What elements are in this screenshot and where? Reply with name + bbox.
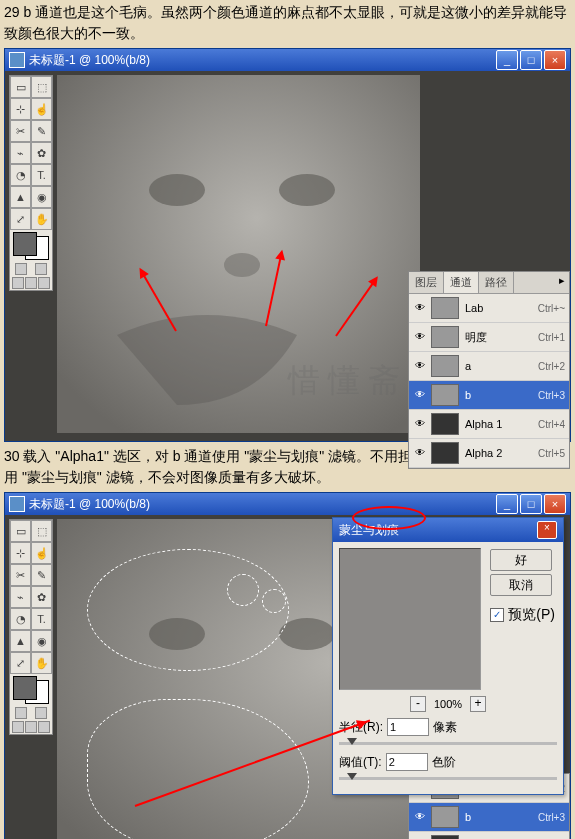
channel-thumb bbox=[431, 384, 459, 406]
tool[interactable]: ▲ bbox=[10, 630, 31, 652]
tool[interactable]: ✿ bbox=[31, 586, 52, 608]
tool[interactable]: ◔ bbox=[10, 164, 31, 186]
channel-row[interactable]: 👁Alpha 2Ctrl+5 bbox=[409, 439, 569, 468]
channel-shortcut: Ctrl+1 bbox=[538, 332, 565, 343]
screen-mode[interactable] bbox=[25, 721, 37, 733]
tool[interactable]: ⌁ bbox=[10, 586, 31, 608]
minimize-button[interactable]: _ bbox=[496, 494, 518, 514]
minimize-button[interactable]: _ bbox=[496, 50, 518, 70]
tool[interactable]: ▲ bbox=[10, 186, 31, 208]
tab-paths[interactable]: 路径 bbox=[479, 272, 514, 293]
channel-name: b bbox=[465, 389, 538, 401]
tool[interactable]: ✋ bbox=[31, 208, 52, 230]
tool[interactable]: ◔ bbox=[10, 608, 31, 630]
channel-row[interactable]: 👁bCtrl+3 bbox=[409, 803, 569, 832]
threshold-unit: 色阶 bbox=[432, 754, 456, 771]
tool[interactable]: ☝ bbox=[31, 542, 52, 564]
toolbox: ▭⬚ ⊹☝ ✂✎ ⌁✿ ◔T. ▲◉ ⤢✋ bbox=[9, 75, 53, 291]
tool[interactable]: ⬚ bbox=[31, 76, 52, 98]
tool[interactable]: ⤢ bbox=[10, 652, 31, 674]
visibility-icon[interactable]: 👁 bbox=[413, 418, 427, 430]
close-button[interactable]: × bbox=[544, 494, 566, 514]
visibility-icon[interactable]: 👁 bbox=[413, 811, 427, 823]
tool[interactable]: ▭ bbox=[10, 76, 31, 98]
tool[interactable]: ✂ bbox=[10, 564, 31, 586]
zoom-out-button[interactable]: - bbox=[410, 696, 426, 712]
channel-name: Lab bbox=[465, 302, 538, 314]
threshold-label: 阈值(T): bbox=[339, 754, 382, 771]
tool[interactable]: ☝ bbox=[31, 98, 52, 120]
channel-row[interactable]: 👁bCtrl+3 bbox=[409, 381, 569, 410]
maximize-button[interactable]: □ bbox=[520, 494, 542, 514]
visibility-icon[interactable]: 👁 bbox=[413, 447, 427, 459]
screen-mode[interactable] bbox=[12, 277, 24, 289]
channel-shortcut: Ctrl+4 bbox=[538, 419, 565, 430]
annotation-ring bbox=[352, 506, 426, 530]
dialog-preview[interactable] bbox=[339, 548, 481, 690]
channel-thumb bbox=[431, 355, 459, 377]
tool[interactable]: ◉ bbox=[31, 186, 52, 208]
screen-mode[interactable] bbox=[12, 721, 24, 733]
visibility-icon[interactable]: 👁 bbox=[413, 389, 427, 401]
channel-row[interactable]: 👁LabCtrl+~ bbox=[409, 294, 569, 323]
color-swatch[interactable] bbox=[11, 232, 51, 260]
channel-row[interactable]: 👁Alpha 1Ctrl+4 bbox=[409, 410, 569, 439]
channel-name: a bbox=[465, 360, 538, 372]
cancel-button[interactable]: 取消 bbox=[490, 574, 552, 596]
svg-point-6 bbox=[279, 618, 335, 650]
threshold-input[interactable] bbox=[386, 753, 428, 771]
channel-thumb bbox=[431, 413, 459, 435]
panel-menu-icon[interactable]: ▸ bbox=[555, 272, 569, 293]
selection-marquee bbox=[262, 589, 286, 613]
zoom-in-button[interactable]: + bbox=[470, 696, 486, 712]
channel-row[interactable]: 👁Alpha 1Ctrl+4 bbox=[409, 832, 569, 839]
radius-input[interactable] bbox=[387, 718, 429, 736]
tab-layers[interactable]: 图层 bbox=[409, 272, 444, 293]
tool[interactable]: ⌁ bbox=[10, 142, 31, 164]
screen-mode[interactable] bbox=[38, 277, 50, 289]
tool[interactable]: T. bbox=[31, 608, 52, 630]
tool[interactable]: ⤢ bbox=[10, 208, 31, 230]
tool[interactable]: ✿ bbox=[31, 142, 52, 164]
tool[interactable]: ✂ bbox=[10, 120, 31, 142]
tool[interactable]: ▭ bbox=[10, 520, 31, 542]
visibility-icon[interactable]: 👁 bbox=[413, 302, 427, 314]
mode-button[interactable] bbox=[35, 707, 47, 719]
ok-button[interactable]: 好 bbox=[490, 549, 552, 571]
titlebar[interactable]: 未标题-1 @ 100%(b/8) _ □ × bbox=[5, 493, 570, 515]
color-swatch[interactable] bbox=[11, 676, 51, 704]
visibility-icon[interactable]: 👁 bbox=[413, 360, 427, 372]
tool[interactable]: ⊹ bbox=[10, 98, 31, 120]
visibility-icon[interactable]: 👁 bbox=[413, 331, 427, 343]
channel-row[interactable]: 👁aCtrl+2 bbox=[409, 352, 569, 381]
zoom-value: 100% bbox=[434, 698, 462, 710]
tool[interactable]: ⊹ bbox=[10, 542, 31, 564]
screen-mode[interactable] bbox=[38, 721, 50, 733]
channel-shortcut: Ctrl+3 bbox=[538, 390, 565, 401]
tool[interactable]: ◉ bbox=[31, 630, 52, 652]
mode-button[interactable] bbox=[15, 707, 27, 719]
channel-name: 明度 bbox=[465, 330, 538, 345]
dialog-close-button[interactable]: × bbox=[537, 521, 557, 539]
threshold-slider[interactable] bbox=[339, 777, 557, 780]
tool[interactable]: ✋ bbox=[31, 652, 52, 674]
close-button[interactable]: × bbox=[544, 50, 566, 70]
channel-row[interactable]: 👁明度Ctrl+1 bbox=[409, 323, 569, 352]
radius-slider[interactable] bbox=[339, 742, 557, 745]
screen-mode[interactable] bbox=[25, 277, 37, 289]
canvas[interactable]: 惜 懂 斋 bbox=[57, 75, 420, 433]
tool[interactable]: T. bbox=[31, 164, 52, 186]
tool[interactable]: ✎ bbox=[31, 120, 52, 142]
dust-scratches-dialog: 蒙尘与划痕 × 好 取消 ✓预览(P) - 100% + 半径(R): 像素 bbox=[332, 517, 564, 795]
maximize-button[interactable]: □ bbox=[520, 50, 542, 70]
tool[interactable]: ✎ bbox=[31, 564, 52, 586]
radius-unit: 像素 bbox=[433, 719, 457, 736]
tool[interactable]: ⬚ bbox=[31, 520, 52, 542]
channel-thumb bbox=[431, 297, 459, 319]
mode-button[interactable] bbox=[15, 263, 27, 275]
tab-channels[interactable]: 通道 bbox=[444, 272, 479, 293]
mode-button[interactable] bbox=[35, 263, 47, 275]
titlebar[interactable]: 未标题-1 @ 100%(b/8) _ □ × bbox=[5, 49, 570, 71]
preview-checkbox[interactable]: ✓ bbox=[490, 608, 504, 622]
app-icon bbox=[9, 496, 25, 512]
